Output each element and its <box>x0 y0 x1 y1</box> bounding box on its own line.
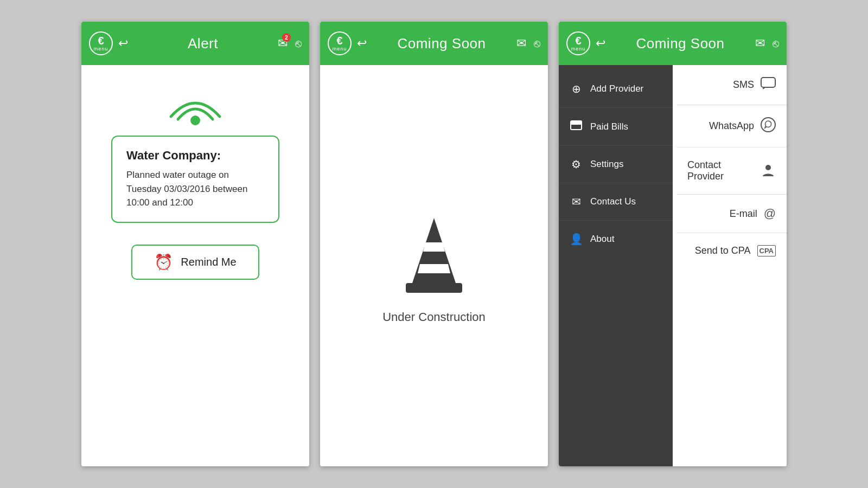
logo-icon-2[interactable]: € menu <box>328 31 352 55</box>
whatsapp-label: WhatsApp <box>709 120 754 132</box>
logo-icon[interactable]: € menu <box>89 31 113 55</box>
submenu-panel: SMS WhatsApp Contact Pro <box>675 65 787 466</box>
submenu-send-to-cpa[interactable]: Send to CPA CPA <box>676 233 787 268</box>
svg-marker-2 <box>423 242 445 252</box>
contact-us-label: Contact Us <box>590 196 636 207</box>
screen3-body: ⊕ Add Provider Paid Bills ⚙ Settings ✉ <box>559 65 787 466</box>
header-left-alert: € menu ↩ <box>89 31 128 55</box>
add-provider-label: Add Provider <box>590 84 643 94</box>
screen1-body: Water Company: Planned water outage on T… <box>81 65 309 466</box>
menu-sidebar: ⊕ Add Provider Paid Bills ⚙ Settings ✉ <box>559 65 673 466</box>
submenu-contact-provider[interactable]: Contact Provider <box>676 147 787 195</box>
construction-cone-svg <box>396 207 472 294</box>
remind-me-button[interactable]: ⏰ Remind Me <box>131 245 259 280</box>
construction-label: Under Construction <box>382 310 486 324</box>
send-to-cpa-label: Send to CPA <box>695 245 751 256</box>
mail-badge: 2 <box>282 33 291 42</box>
header-left-menu: € menu ↩ <box>566 31 605 55</box>
email-label: E-mail <box>730 208 757 220</box>
header-coming-soon: € menu ↩ Coming Soon ✉ ⎋ <box>320 22 548 65</box>
alert-box: Water Company: Planned water outage on T… <box>111 136 279 223</box>
logo-letter-3: € <box>575 35 581 46</box>
contact-provider-label: Contact Provider <box>687 159 754 182</box>
add-provider-icon: ⊕ <box>570 82 583 95</box>
paid-bills-icon <box>570 120 583 133</box>
submenu-email[interactable]: E-mail @ <box>676 195 787 233</box>
header-right-alert: ✉ 2 ⎋ <box>278 36 302 50</box>
menu-item-add-provider[interactable]: ⊕ Add Provider <box>559 70 673 108</box>
sms-icon <box>761 77 776 93</box>
menu-item-paid-bills[interactable]: Paid Bills <box>559 108 673 146</box>
menu-item-about[interactable]: 👤 About <box>559 221 673 258</box>
logo-menu-label-3: menu <box>571 46 586 52</box>
coming-soon-title: Coming Soon <box>367 35 516 52</box>
alert-body-text: Planned water outage on Tuesday 03/03/20… <box>126 168 264 210</box>
email-icon: @ <box>764 207 776 221</box>
screen-coming-soon: € menu ↩ Coming Soon ✉ ⎋ Under Construct… <box>320 22 548 466</box>
back-icon-2[interactable]: ↩ <box>357 36 367 50</box>
submenu-sms[interactable]: SMS <box>676 65 787 105</box>
mail-icon-wrap[interactable]: ✉ 2 <box>278 36 288 50</box>
contact-provider-icon <box>761 162 776 180</box>
menu-screen-title: Coming Soon <box>605 35 755 52</box>
back-icon[interactable]: ↩ <box>118 36 128 50</box>
back-icon-3[interactable]: ↩ <box>596 36 605 50</box>
signal-svg <box>163 87 228 130</box>
mail-icon-2[interactable]: ✉ <box>516 36 526 50</box>
svg-rect-7 <box>571 121 582 123</box>
svg-marker-3 <box>418 264 450 273</box>
send-to-cpa-icon: CPA <box>757 245 776 256</box>
about-icon: 👤 <box>570 233 583 246</box>
header-menu: € menu ↩ Coming Soon ✉ ⎋ <box>559 22 787 65</box>
svg-point-10 <box>765 165 771 170</box>
header-left-cs: € menu ↩ <box>328 31 367 55</box>
remind-me-label: Remind Me <box>181 256 236 268</box>
share-icon[interactable]: ⎋ <box>295 37 302 50</box>
logo-icon-3[interactable]: € menu <box>566 31 590 55</box>
menu-item-contact-us[interactable]: ✉ Contact Us <box>559 183 673 221</box>
paid-bills-label: Paid Bills <box>590 121 628 132</box>
logo-menu-label: menu <box>94 46 108 52</box>
svg-rect-6 <box>570 123 582 125</box>
share-icon-3[interactable]: ⎋ <box>773 37 779 50</box>
submenu-whatsapp[interactable]: WhatsApp <box>676 105 787 147</box>
logo-letter-2: € <box>336 35 342 46</box>
settings-icon: ⚙ <box>570 158 583 171</box>
header-right-menu: ✉ ⎋ <box>755 36 779 50</box>
screen-menu: € menu ↩ Coming Soon ✉ ⎋ ⊕ Add Provider <box>559 22 787 466</box>
menu-item-settings[interactable]: ⚙ Settings <box>559 146 673 183</box>
header-right-cs: ✉ ⎋ <box>516 36 540 50</box>
settings-label: Settings <box>590 159 623 170</box>
contact-us-icon: ✉ <box>570 195 583 208</box>
whatsapp-icon <box>761 117 776 135</box>
screen-alert: € menu ↩ Alert ✉ 2 ⎋ W <box>81 22 309 466</box>
alert-title: Alert <box>128 35 278 52</box>
sms-label: SMS <box>733 79 754 91</box>
signal-icon-container <box>163 87 228 130</box>
about-label: About <box>590 234 614 245</box>
svg-rect-4 <box>406 283 462 293</box>
svg-point-0 <box>190 115 200 125</box>
share-icon-2[interactable]: ⎋ <box>534 37 540 50</box>
logo-menu-label-2: menu <box>333 46 347 52</box>
header-alert: € menu ↩ Alert ✉ 2 ⎋ <box>81 22 309 65</box>
svg-rect-8 <box>761 78 775 87</box>
logo-letter: € <box>98 35 104 46</box>
screen2-body: Under Construction <box>320 65 548 466</box>
svg-point-9 <box>761 118 775 132</box>
alert-company-title: Water Company: <box>126 149 264 163</box>
mail-icon-3[interactable]: ✉ <box>755 36 765 50</box>
alarm-icon: ⏰ <box>154 253 173 271</box>
